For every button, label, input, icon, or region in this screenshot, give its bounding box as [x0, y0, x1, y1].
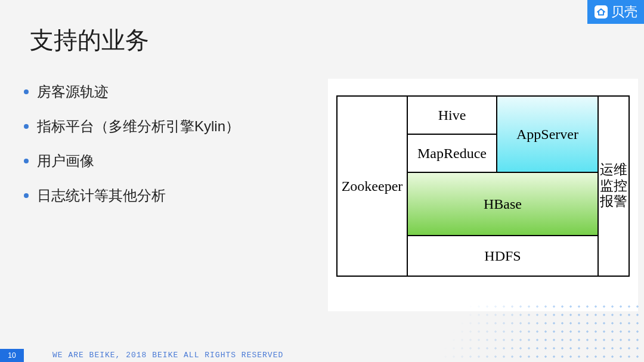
bullet-text: 用户画像 — [37, 151, 94, 171]
diagram-box-appserver: AppServer — [496, 95, 599, 173]
bullet-item: 指标平台（多维分析引擎Kylin） — [24, 117, 240, 136]
brand-logo-icon — [595, 5, 608, 18]
bullet-list: 房客源轨迹 指标平台（多维分析引擎Kylin） 用户画像 日志统计等其他分析 — [24, 82, 240, 221]
brand-name: 贝壳 — [611, 3, 637, 21]
slide-title: 支持的业务 — [30, 24, 149, 57]
architecture-diagram: Zookeeper Hive MapReduce AppServer HBase… — [328, 79, 638, 311]
brand-logo-badge: 贝壳 — [587, 0, 644, 24]
bullet-item: 日志统计等其他分析 — [24, 186, 240, 205]
bullet-item: 房客源轨迹 — [24, 82, 240, 101]
diagram-box-hdfs: HDFS — [407, 235, 599, 277]
diagram-box-hbase: HBase — [407, 172, 599, 236]
diagram-box-hive: Hive — [407, 95, 497, 135]
page-number: 10 — [0, 349, 24, 362]
bullet-item: 用户画像 — [24, 151, 240, 171]
dots-decoration — [358, 302, 644, 362]
bullet-dot-icon — [24, 124, 29, 129]
diagram-box-ops: 运维监控报警 — [597, 95, 630, 277]
bullet-text: 房客源轨迹 — [37, 82, 109, 101]
bullet-dot-icon — [24, 159, 29, 163]
footer-copyright: WE ARE BEIKE, 2018 BEIKE ALL RIGHTS RESE… — [52, 351, 283, 360]
diagram-box-zookeeper: Zookeeper — [336, 95, 408, 277]
bullet-text: 指标平台（多维分析引擎Kylin） — [37, 117, 240, 136]
bullet-text: 日志统计等其他分析 — [37, 186, 166, 205]
diagram-box-mapreduce: MapReduce — [407, 134, 497, 173]
bullet-dot-icon — [24, 89, 29, 94]
bullet-dot-icon — [24, 193, 29, 198]
